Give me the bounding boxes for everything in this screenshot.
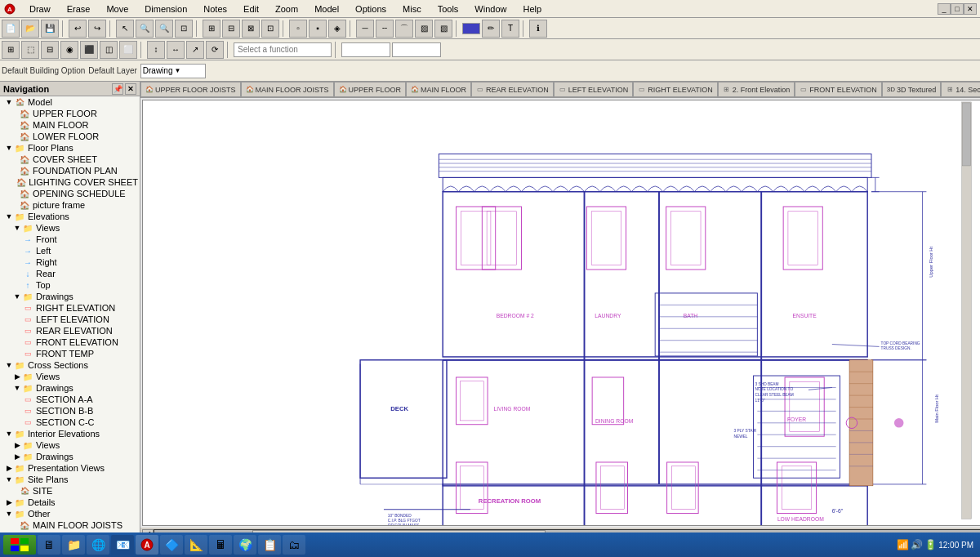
- nav-pin-button[interactable]: 📌: [112, 83, 123, 95]
- tree-arrow-drawings-elev[interactable]: ▼: [13, 292, 21, 301]
- tree-item-opening-schedule[interactable]: 🏠 OPENING SCHEDULE: [0, 188, 140, 199]
- minimize-button[interactable]: _: [938, 3, 951, 15]
- tb2-btn11[interactable]: ⟳: [206, 41, 224, 59]
- tree-item-drawings-elev[interactable]: ▼ 📁 Drawings: [0, 291, 140, 302]
- tree-item-cross-sections[interactable]: ▼ 📁 Cross Sections: [0, 359, 140, 371]
- tb2-btn9[interactable]: ↔: [167, 41, 185, 59]
- tb2-btn10[interactable]: ↗: [186, 41, 204, 59]
- tree-item-site[interactable]: 🏠 SITE: [0, 485, 140, 497]
- zoom-fit-button[interactable]: ⊡: [175, 20, 193, 38]
- taskbar-email[interactable]: 📧: [111, 535, 134, 555]
- tree-item-floor-plans[interactable]: ▼ 📁 Floor Plans: [0, 142, 140, 154]
- tb-line2[interactable]: ╌: [376, 20, 394, 38]
- tree-item-cover-sheet[interactable]: 🏠 COVER SHEET: [0, 154, 140, 165]
- tree-arrow-views-cross[interactable]: ▶: [13, 372, 21, 381]
- menu-dimension[interactable]: Dimension: [141, 2, 190, 16]
- menu-edit[interactable]: Edit: [240, 2, 262, 16]
- nav-close-button[interactable]: ✕: [125, 83, 136, 95]
- taskbar-ie[interactable]: 🌐: [87, 535, 109, 555]
- taskbar-archicad[interactable]: A: [136, 535, 158, 555]
- tb-snap2[interactable]: ▪: [309, 20, 327, 38]
- tree-arrow-site-plans[interactable]: ▼: [5, 475, 13, 483]
- tree-item-drawings-cross[interactable]: ▼ 📁 Drawings: [0, 382, 140, 394]
- tab-3d-textured[interactable]: 3D 3D Textured: [882, 82, 941, 96]
- tb-text[interactable]: T: [501, 20, 519, 38]
- tb-snap1[interactable]: ▫: [289, 20, 307, 38]
- tree-item-foundation-plan[interactable]: 🏠 FOUNDATION PLAN: [0, 165, 140, 176]
- canvas-container[interactable]: BEDROOM # 2 LAUNDRY BATH ENSUITE: [142, 100, 980, 526]
- tree-arrow-model[interactable]: ▼: [5, 98, 13, 106]
- tree-item-presentation-views[interactable]: ▶ 📁 Presentation Views: [0, 462, 140, 474]
- tree-item-views-int[interactable]: ▶ 📁 Views: [0, 439, 140, 451]
- tb2-btn4[interactable]: ◉: [60, 41, 78, 59]
- tree-arrow-presentation-views[interactable]: ▶: [5, 464, 13, 472]
- menu-misc[interactable]: Misc: [399, 2, 425, 16]
- tb-pen[interactable]: ✏: [482, 20, 500, 38]
- save-button[interactable]: 💾: [41, 20, 59, 38]
- tree-item-section-aa[interactable]: ▭ SECTION A-A: [0, 394, 140, 405]
- taskbar-show-desktop[interactable]: 🖥: [38, 535, 60, 555]
- tb-snap3[interactable]: ◈: [328, 20, 346, 38]
- tb2-btn1[interactable]: ⊞: [2, 41, 20, 59]
- tb-line1[interactable]: ─: [356, 20, 374, 38]
- select-button[interactable]: ↖: [116, 20, 134, 38]
- tree-item-upper-floor[interactable]: 🏠 UPPER FLOOR: [0, 108, 140, 119]
- menu-notes[interactable]: Notes: [200, 2, 230, 16]
- tree-item-left-elevation[interactable]: ▭ LEFT ELEVATION: [0, 314, 140, 325]
- taskbar-file-explorer[interactable]: 📁: [62, 535, 85, 555]
- taskbar-clipboard[interactable]: 📋: [258, 535, 281, 555]
- redo-button[interactable]: ↪: [88, 20, 106, 38]
- tb-tool3[interactable]: ⊠: [242, 20, 260, 38]
- tb-hatch[interactable]: ▧: [434, 20, 452, 38]
- tb-tool1[interactable]: ⊞: [203, 20, 220, 38]
- tree-arrow-floor-plans[interactable]: ▼: [5, 144, 13, 152]
- tree-item-rear[interactable]: ↓ Rear: [0, 268, 140, 279]
- tab-front-elevation-view[interactable]: ▭ FRONT ELEVATION: [795, 82, 882, 96]
- tb2-btn6[interactable]: ◫: [100, 41, 118, 59]
- coord2-input[interactable]: 0.00°: [392, 42, 441, 57]
- taskbar-app-dragon[interactable]: 🔷: [160, 535, 183, 555]
- tree-item-section-cc[interactable]: ▭ SECTION C-C: [0, 417, 140, 428]
- tree-arrow-views-int[interactable]: ▶: [13, 441, 21, 449]
- tree-item-interior-elevations[interactable]: ▼ 📁 Interior Elevations: [0, 428, 140, 439]
- tree-arrow-details[interactable]: ▶: [5, 498, 13, 506]
- drawing-dropdown[interactable]: Drawing ▼: [140, 64, 206, 78]
- tree-item-views-elev[interactable]: ▼ 📁 Views: [0, 222, 140, 234]
- tb-fill[interactable]: ▨: [415, 20, 433, 38]
- function-input[interactable]: [234, 42, 332, 57]
- open-button[interactable]: 📂: [21, 20, 39, 38]
- menu-help[interactable]: Help: [519, 2, 545, 16]
- tree-arrow-other[interactable]: ▼: [5, 510, 13, 518]
- tree-item-lower-floor[interactable]: 🏠 LOWER FLOOR: [0, 131, 140, 142]
- tree-arrow-drawings-int[interactable]: ▶: [13, 452, 21, 461]
- tree-item-main-floor-joists[interactable]: 🏠 MAIN FLOOR JOISTS: [0, 519, 140, 531]
- menu-model[interactable]: Model: [311, 2, 342, 16]
- menu-move[interactable]: Move: [103, 2, 131, 16]
- tree-arrow-views-elev[interactable]: ▼: [13, 224, 21, 232]
- tree-item-section-bb[interactable]: ▭ SECTION B-B: [0, 405, 140, 417]
- tree-item-front[interactable]: → Front: [0, 234, 140, 245]
- tree-item-right[interactable]: → Right: [0, 256, 140, 268]
- tb-tool4[interactable]: ⊡: [261, 20, 279, 38]
- tree-item-details[interactable]: ▶ 📁 Details: [0, 497, 140, 508]
- menu-window[interactable]: Window: [471, 2, 510, 16]
- tree-item-front-temp[interactable]: ▭ FRONT TEMP: [0, 348, 140, 359]
- tab-right-elevation[interactable]: ▭ RIGHT ELEVATION: [633, 82, 718, 96]
- tab-front-elevation-2[interactable]: ⊞ 2. Front Elevation: [718, 82, 795, 96]
- tree-item-site-plans[interactable]: ▼ 📁 Site Plans: [0, 474, 140, 485]
- tb-color[interactable]: [462, 23, 480, 34]
- taskbar-calculator[interactable]: 🖩: [209, 535, 232, 555]
- tree-item-left[interactable]: → Left: [0, 245, 140, 256]
- zoom-in-button[interactable]: 🔍: [136, 20, 154, 38]
- taskbar-app-vectorworks[interactable]: 📐: [185, 535, 207, 555]
- tb-info[interactable]: ℹ: [529, 20, 547, 38]
- start-button[interactable]: [3, 535, 36, 555]
- maximize-button[interactable]: □: [951, 3, 964, 15]
- tree-item-lighting-cover[interactable]: 🏠 LIGHTING COVER SHEET: [0, 176, 140, 188]
- menu-erase[interactable]: Erase: [64, 2, 94, 16]
- tb-tool2[interactable]: ⊟: [222, 20, 240, 38]
- tb2-btn2[interactable]: ⬚: [21, 41, 39, 59]
- tree-item-drawings-int[interactable]: ▶ 📁 Drawings: [0, 451, 140, 462]
- tab-section-cc[interactable]: ⊞ 14. Section C-C: [941, 82, 980, 96]
- tree-item-elevations[interactable]: ▼ 📁 Elevations: [0, 211, 140, 222]
